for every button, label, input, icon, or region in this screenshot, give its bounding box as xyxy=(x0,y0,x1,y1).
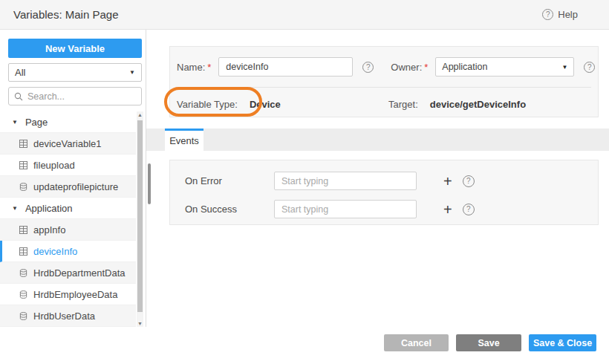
tab-strip: Events xyxy=(146,129,609,151)
variable-tree: ▼ xyxy=(0,111,136,327)
save-and-close-button[interactable]: Save & Close xyxy=(529,334,596,351)
variables-sidebar: New Variable All ▼ ▼ xyxy=(0,30,146,327)
search-icon xyxy=(14,92,23,101)
sidebar-item-hrdbdepartmentdata[interactable]: ▼ xyxy=(0,262,136,284)
variable-search[interactable] xyxy=(8,87,142,105)
variable-type-label: Variable Type: xyxy=(177,99,238,110)
sidebar-item-hrdbemployeedata[interactable]: ▼ xyxy=(0,284,136,305)
variable-form-panel: Name: * ? Owner: * Application ▼ ? Varia… xyxy=(169,46,599,117)
variable-filter-select[interactable]: All ▼ xyxy=(8,63,142,82)
form-separator xyxy=(177,87,591,88)
tree-item-label: Application xyxy=(25,203,73,214)
owner-label: Owner: xyxy=(391,62,422,73)
name-owner-row: Name: * ? Owner: * Application ▼ ? xyxy=(177,56,591,78)
tree-item-label: Page xyxy=(25,117,48,128)
device-variable-icon xyxy=(19,226,27,234)
event-input[interactable] xyxy=(274,200,417,218)
collapse-caret-icon[interactable]: ▼ xyxy=(12,205,18,212)
sidebar-item-hrdbuserdata[interactable]: ▼ xyxy=(0,305,136,327)
sidebar-group-page[interactable]: ▼ xyxy=(0,111,136,133)
device-variable-icon xyxy=(19,140,27,148)
search-input[interactable] xyxy=(27,91,136,102)
sidebar-item-deviceinfo[interactable]: ▼ xyxy=(0,241,136,262)
owner-select[interactable]: Application ▼ xyxy=(435,57,574,77)
help-button[interactable]: ? Help xyxy=(542,9,578,20)
tree-item-label: deviceVariable1 xyxy=(33,138,102,149)
service-variable-icon xyxy=(19,290,27,299)
required-marker: * xyxy=(207,62,211,73)
dialog-header: Variables: Main Page ? Help xyxy=(0,0,609,30)
scroll-down-icon[interactable]: ▼ xyxy=(137,321,143,326)
scroll-up-icon[interactable]: ▲ xyxy=(137,112,143,117)
scrollbar-thumb[interactable] xyxy=(137,120,143,312)
sidebar-divider xyxy=(146,30,146,327)
collapse-caret-icon[interactable]: ▼ xyxy=(12,119,18,126)
tree-item-label: HrdbDepartmentData xyxy=(33,267,126,279)
new-variable-button[interactable]: New Variable xyxy=(8,39,142,58)
target-group: Target: device/getDeviceInfo xyxy=(388,93,526,115)
page-title: Variables: Main Page xyxy=(13,8,118,21)
event-input[interactable] xyxy=(274,172,417,190)
name-help-icon[interactable]: ? xyxy=(362,62,374,73)
name-label: Name: xyxy=(177,62,205,73)
tree-item-label: appInfo xyxy=(33,224,65,235)
service-variable-icon xyxy=(19,183,27,191)
tree-item-label: deviceInfo xyxy=(33,246,77,257)
owner-help-icon[interactable]: ? xyxy=(584,62,595,73)
device-variable-icon xyxy=(19,161,27,169)
sidebar-item-appinfo[interactable]: ▼ xyxy=(0,219,136,241)
tree-item-label: updateprofilepicture xyxy=(33,181,118,192)
name-input[interactable] xyxy=(218,57,353,77)
target-label: Target: xyxy=(388,99,418,110)
owner-group: Owner: * Application ▼ xyxy=(391,57,574,77)
add-event-button[interactable]: + xyxy=(443,174,452,189)
help-label: Help xyxy=(558,9,578,20)
event-label: On Success xyxy=(185,204,274,215)
event-label: On Error xyxy=(185,175,274,186)
sidebar-item-updateprofilepicture[interactable]: ▼ xyxy=(0,176,136,198)
help-icon: ? xyxy=(542,9,553,20)
type-target-row: Variable Type: Device Target: device/get… xyxy=(177,93,591,115)
tree-item-label: HrdbEmployeeData xyxy=(33,289,117,300)
owner-selected-value: Application xyxy=(442,62,487,72)
sidebar-item-devicevariable1[interactable]: ▼ xyxy=(0,133,136,155)
add-event-button[interactable]: + xyxy=(443,202,452,217)
sidebar-scrollbar[interactable]: ▲ ▼ xyxy=(137,111,143,327)
row-on-error: On Error + ? xyxy=(185,169,598,192)
events-panel: On Error + ? On Success + ? xyxy=(169,160,599,225)
service-variable-icon xyxy=(19,269,27,277)
required-marker: * xyxy=(424,62,428,73)
chevron-down-icon: ▼ xyxy=(561,64,567,71)
save-button[interactable]: Save xyxy=(456,334,521,351)
target-value: device/getDeviceInfo xyxy=(430,99,526,110)
tree-item-label: HrdbUserData xyxy=(33,311,95,322)
content-scrollbar-thumb[interactable] xyxy=(148,163,151,204)
sidebar-item-fileupload[interactable]: ▼ xyxy=(0,155,136,176)
cancel-button[interactable]: Cancel xyxy=(384,334,449,351)
device-variable-icon xyxy=(19,247,27,256)
filter-selected-value: All xyxy=(15,67,25,78)
tab-events[interactable]: Events xyxy=(165,129,203,151)
tree-item-label: fileupload xyxy=(33,160,75,171)
sidebar-group-application[interactable]: ▼ xyxy=(0,198,136,219)
event-help-icon[interactable]: ? xyxy=(463,204,475,215)
service-variable-icon xyxy=(19,312,27,320)
event-help-icon[interactable]: ? xyxy=(463,175,475,187)
variable-type-value: Device xyxy=(250,99,281,110)
row-on-success: On Success + ? xyxy=(185,198,598,221)
chevron-down-icon: ▼ xyxy=(129,69,135,76)
